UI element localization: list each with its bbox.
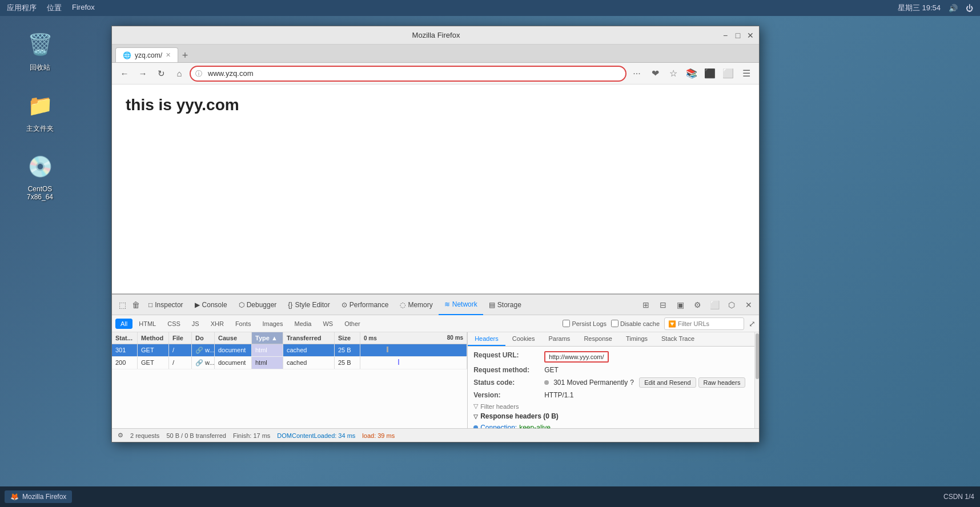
menu-firefox[interactable]: Firefox <box>72 3 95 13</box>
menu-position[interactable]: 位置 <box>47 3 62 13</box>
devtools-detach-btn[interactable]: ⬡ <box>725 298 738 312</box>
bookmark-button[interactable]: ☆ <box>665 66 681 82</box>
cell-cause: document <box>215 357 252 369</box>
disable-cache-checkbox[interactable] <box>611 320 618 327</box>
col-header-transferred: Transferred <box>283 332 335 344</box>
col-header-type[interactable]: Type ▲ <box>252 332 283 344</box>
filter-ws-button[interactable]: WS <box>318 319 338 329</box>
status-code-row: Status code: 301 Moved Permanently ? Edi… <box>473 377 749 388</box>
response-headers-section[interactable]: ▽ Response headers (0 B) <box>473 412 749 420</box>
expand-panel-button[interactable]: ⤢ <box>749 319 756 328</box>
devtools-tab-performance[interactable]: ⊙ Performance <box>336 295 395 315</box>
filter-fonts-button[interactable]: Fonts <box>230 319 256 329</box>
style-editor-label: Style Editor <box>295 301 330 309</box>
devtools-tab-inspector[interactable]: □ Inspector <box>143 295 189 315</box>
back-button[interactable]: ← <box>117 66 132 82</box>
reload-button[interactable]: ↻ <box>153 66 169 82</box>
console-icon: ▶ <box>195 301 200 309</box>
devtools-tab-debugger[interactable]: ⬡ Debugger <box>233 295 283 315</box>
desktop-icon-home[interactable]: 📁 主文件夹 <box>17 90 63 134</box>
performance-label: Performance <box>350 301 389 309</box>
persist-logs-label[interactable]: Persist Logs <box>563 320 607 327</box>
disable-cache-label[interactable]: Disable cache <box>611 320 660 327</box>
detail-content: Request URL: http://www.yyy.com/ Request… <box>468 347 754 428</box>
storage-icon: ▤ <box>489 301 495 309</box>
synced-tabs-button[interactable]: ⬛ <box>702 66 718 82</box>
browser-tab-active[interactable]: 🌐 yzq.com/ ✕ <box>115 47 178 62</box>
desktop-icon-trash[interactable]: 🗑️ 回收站 <box>17 29 63 73</box>
filter-css-button[interactable]: CSS <box>162 319 186 329</box>
scroll-thumb <box>756 333 759 379</box>
detail-tab-cookies[interactable]: Cookies <box>505 332 542 346</box>
cell-type: html <box>252 344 283 356</box>
cell-file: / <box>169 344 192 356</box>
url-filter-input[interactable] <box>664 317 744 330</box>
devtools-sidebar-btn[interactable]: ⬜ <box>708 298 721 312</box>
volume-icon[interactable]: 🔊 <box>949 4 958 13</box>
close-button[interactable]: ✕ <box>746 31 754 39</box>
devtools-layout-btn3[interactable]: ▣ <box>673 298 687 312</box>
filter-media-button[interactable]: Media <box>289 319 316 329</box>
sidebar-button[interactable]: ⬜ <box>720 66 736 82</box>
tab-label: yzq.com/ <box>135 51 162 59</box>
tab-close-icon[interactable]: ✕ <box>166 51 171 59</box>
detail-tab-timings[interactable]: Timings <box>619 332 654 346</box>
pocket-button[interactable]: ❤ <box>647 66 663 82</box>
filter-html-button[interactable]: HTML <box>134 319 161 329</box>
col-header-size: Size <box>335 332 360 344</box>
new-tab-button[interactable]: + <box>178 49 192 62</box>
performance-icon: ⊙ <box>342 301 347 309</box>
desktop-icons: 🗑️ 回收站 📁 主文件夹 💿 CentOS 7x86_64 <box>17 29 63 201</box>
devtools-tab-console[interactable]: ▶ Console <box>189 295 233 315</box>
persist-logs-checkbox[interactable] <box>563 320 570 327</box>
connection-key: Connection: <box>480 424 517 428</box>
detail-tab-headers[interactable]: Headers <box>468 332 505 346</box>
url-security-icon: ⓘ <box>195 69 202 78</box>
detail-tab-stack-trace[interactable]: Stack Trace <box>654 332 701 346</box>
request-url-value: http://www.yyy.com/ <box>544 351 608 363</box>
edit-resend-button[interactable]: Edit and Resend <box>639 377 696 388</box>
devtools-close-btn[interactable]: ✕ <box>742 298 756 312</box>
devtools-tab-storage[interactable]: ▤ Storage <box>483 295 527 315</box>
network-filter-bar: All HTML CSS JS XHR Fonts Images Media W… <box>112 315 759 332</box>
title-bar: Mozilla Firefox − □ ✕ <box>112 26 759 45</box>
devtools-clear[interactable]: 🗑 <box>129 298 143 312</box>
devtools-layout-btn1[interactable]: ⊞ <box>639 298 653 312</box>
csdn-label: CSDN 1/4 <box>943 493 974 501</box>
detail-tab-response[interactable]: Response <box>577 332 619 346</box>
version-value: HTTP/1.1 <box>544 391 573 399</box>
home-button[interactable]: ⌂ <box>171 66 187 82</box>
desktop-icon-disc[interactable]: 💿 CentOS 7x86_64 <box>17 151 63 201</box>
table-row[interactable]: 301 GET / 🔗 w... document html cached 25… <box>112 344 467 357</box>
menu-button[interactable]: ☰ <box>738 66 754 82</box>
devtools-tab-network[interactable]: ≋ Network <box>439 295 483 315</box>
devtools-layout-btn2[interactable]: ⊟ <box>656 298 670 312</box>
page-heading: this is yyy.com <box>126 96 745 114</box>
menu-apps[interactable]: 应用程序 <box>7 3 37 13</box>
home-folder-icon: 📁 <box>24 90 56 122</box>
filter-xhr-button[interactable]: XHR <box>206 319 229 329</box>
network-detail-panel: Headers Cookies Params Response Timings … <box>468 332 754 428</box>
filter-all-button[interactable]: All <box>115 319 132 329</box>
bookmarks-library-button[interactable]: 📚 <box>684 66 700 82</box>
maximize-button[interactable]: □ <box>734 31 742 39</box>
taskbar-firefox[interactable]: 🦊 Mozilla Firefox <box>5 490 72 503</box>
forward-button[interactable]: → <box>135 66 151 82</box>
detail-scrollbar[interactable] <box>754 332 759 428</box>
network-table-header: Stat... Method File Do Cause Type ▲ Tran… <box>112 332 467 344</box>
more-button[interactable]: ··· <box>629 66 645 82</box>
table-row[interactable]: 200 GET / 🔗 w... document html cached 25… <box>112 357 467 369</box>
detail-tab-params[interactable]: Params <box>541 332 577 346</box>
filter-other-button[interactable]: Other <box>339 319 366 329</box>
minimize-button[interactable]: − <box>721 31 729 39</box>
filter-js-button[interactable]: JS <box>187 319 204 329</box>
devtools-settings-btn[interactable]: ⚙ <box>690 298 704 312</box>
devtools-pick-element[interactable]: ⬚ <box>115 298 129 312</box>
devtools-tab-style-editor[interactable]: {} Style Editor <box>282 295 335 315</box>
raw-headers-button[interactable]: Raw headers <box>698 377 746 388</box>
trash-icon: 🗑️ <box>24 29 56 61</box>
url-input[interactable] <box>190 66 626 82</box>
filter-images-button[interactable]: Images <box>257 319 288 329</box>
devtools-tab-memory[interactable]: ◌ Memory <box>394 295 438 315</box>
power-icon[interactable]: ⏻ <box>966 4 973 13</box>
